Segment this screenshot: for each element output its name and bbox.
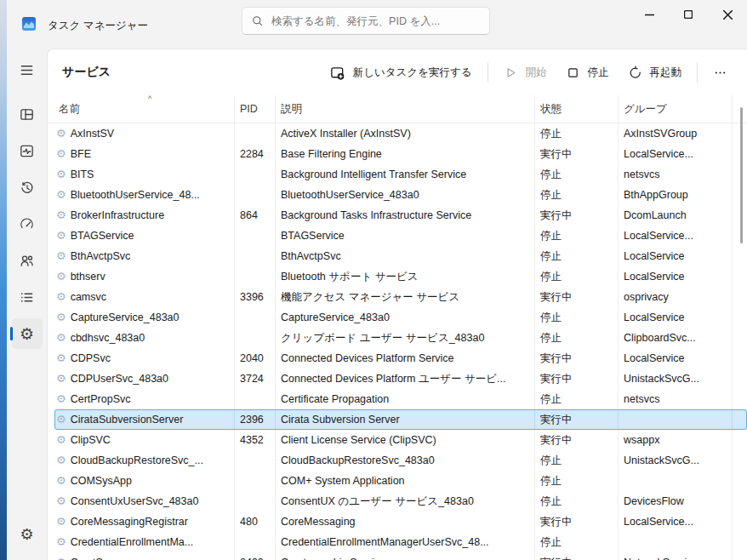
service-description-cell: CloudBackupRestoreSvc_483a0 bbox=[276, 450, 535, 471]
service-name: BITS bbox=[71, 169, 94, 180]
column-header-group[interactable]: グループ bbox=[619, 95, 733, 123]
service-name: BthAvctpSvc bbox=[71, 250, 131, 262]
service-gear-icon: ⚙ bbox=[56, 557, 66, 560]
column-header-name[interactable]: 名前^ bbox=[54, 95, 235, 123]
service-pid-cell: 864 bbox=[235, 205, 276, 226]
more-button[interactable] bbox=[704, 60, 737, 86]
sidebar-item-details[interactable] bbox=[12, 282, 43, 312]
service-name-cell: ⚙BthAvctpSvc bbox=[54, 246, 235, 266]
service-name: CDPSvc bbox=[71, 352, 111, 364]
service-name: CDPUserSvc_483a0 bbox=[71, 373, 168, 385]
sidebar-item-menu[interactable] bbox=[12, 55, 43, 84]
table-row[interactable]: ⚙CryptSvc2400Cryptographic Services実行中Ne… bbox=[54, 552, 747, 560]
column-header-pid[interactable]: PID bbox=[235, 95, 276, 123]
service-name-cell: ⚙cbdhsvc_483a0 bbox=[54, 328, 235, 348]
table-row[interactable]: ⚙ClipSVC4352Client License Service (Clip… bbox=[54, 430, 747, 450]
service-gear-icon: ⚙ bbox=[56, 291, 66, 303]
table-row[interactable]: ⚙CredentialEnrollmentMa...CredentialEnro… bbox=[54, 532, 747, 552]
table-row[interactable]: ⚙CirataSubversionServer2396Cirata Subver… bbox=[54, 409, 747, 430]
service-name-cell: ⚙BITS bbox=[54, 164, 235, 185]
table-row[interactable]: ⚙BITSBackground Intelligent Transfer Ser… bbox=[54, 164, 747, 185]
task-manager-window: タスク マネージャー ⚙⚙ サービス 新しいタスクを実行する開始停止再起動 名前… bbox=[7, 0, 747, 560]
maximize-button[interactable] bbox=[669, 0, 708, 29]
minimize-icon bbox=[645, 10, 654, 20]
search-box[interactable] bbox=[242, 7, 490, 35]
service-group-cell: LocalService bbox=[619, 307, 733, 328]
service-group-cell: LocalService bbox=[619, 348, 733, 369]
sidebar-item-performance[interactable] bbox=[12, 135, 43, 166]
sidebar-item-users[interactable] bbox=[12, 245, 43, 276]
table-row[interactable]: ⚙BTAGServiceBTAGService停止LocalService... bbox=[54, 226, 747, 246]
service-name-cell: ⚙camsvc bbox=[54, 287, 235, 307]
processes-icon bbox=[19, 106, 35, 123]
minimize-button[interactable] bbox=[630, 0, 669, 29]
stop-button[interactable]: 停止 bbox=[556, 60, 619, 86]
table-row[interactable]: ⚙CoreMessagingRegistrar480CoreMessaging実… bbox=[54, 511, 747, 532]
service-group-cell: wsappx bbox=[619, 430, 733, 450]
service-pid-cell bbox=[235, 532, 276, 552]
table-row[interactable]: ⚙ConsentUxUserSvc_483a0ConsentUX のユーザー サ… bbox=[54, 491, 747, 511]
table-header: 名前^PID説明状態グループ bbox=[48, 95, 747, 123]
service-description-cell: CoreMessaging bbox=[276, 511, 535, 532]
table-row[interactable]: ⚙BFE2284Base Filtering Engine実行中LocalSer… bbox=[54, 144, 747, 164]
search-input[interactable] bbox=[271, 15, 481, 27]
titlebar[interactable]: タスク マネージャー bbox=[7, 0, 747, 49]
sidebar-item-processes[interactable] bbox=[12, 99, 43, 129]
sidebar-item-app-history[interactable] bbox=[12, 172, 43, 203]
service-group-cell: LocalService... bbox=[619, 226, 733, 246]
service-name: BFE bbox=[71, 148, 91, 160]
table-row[interactable]: ⚙COMSysAppCOM+ System Application停止 bbox=[54, 471, 747, 491]
service-status-cell: 停止 bbox=[535, 185, 619, 205]
column-header-status[interactable]: 状態 bbox=[535, 95, 619, 123]
column-header-desc[interactable]: 説明 bbox=[276, 95, 535, 123]
vertical-scrollbar[interactable] bbox=[740, 107, 743, 243]
button-label: 開始 bbox=[526, 66, 547, 80]
service-name-cell: ⚙ClipSVC bbox=[54, 430, 235, 450]
sidebar-item-settings[interactable]: ⚙ bbox=[12, 519, 43, 550]
service-group-cell bbox=[619, 409, 733, 430]
table-row[interactable]: ⚙BthAvctpSvcBthAvctpSvc停止LocalService bbox=[54, 246, 747, 266]
service-status-cell: 停止 bbox=[535, 266, 619, 287]
service-status-cell: 停止 bbox=[535, 164, 619, 185]
column-label: グループ bbox=[624, 102, 667, 117]
service-status-cell: 実行中 bbox=[535, 287, 619, 307]
close-icon bbox=[723, 10, 733, 20]
table-row[interactable]: ⚙CDPUserSvc_483a03724Connected Devices P… bbox=[54, 369, 747, 389]
service-group-cell: UnistackSvcG... bbox=[619, 450, 733, 471]
table-row[interactable]: ⚙CaptureService_483a0CaptureService_483a… bbox=[54, 307, 747, 328]
service-group-cell: UnistackSvcG... bbox=[619, 369, 733, 389]
sidebar-item-services[interactable]: ⚙ bbox=[12, 318, 43, 349]
service-name-cell: ⚙CredentialEnrollmentMa... bbox=[54, 532, 235, 552]
service-gear-icon: ⚙ bbox=[56, 169, 66, 180]
start-button[interactable]: 開始 bbox=[494, 60, 556, 86]
table-row[interactable]: ⚙cbdhsvc_483a0クリップボード ユーザー サービス_483a0停止C… bbox=[54, 328, 747, 348]
table-row[interactable]: ⚙camsvc3396機能アクセス マネージャー サービス実行中osprivac… bbox=[54, 287, 747, 307]
service-pid-cell bbox=[235, 491, 276, 511]
restart-button[interactable]: 再起動 bbox=[619, 60, 692, 86]
service-name-cell: ⚙bthserv bbox=[54, 266, 235, 287]
table-row[interactable]: ⚙CertPropSvcCertificate Propagation停止net… bbox=[54, 389, 747, 409]
table-row[interactable]: ⚙CDPSvc2040Connected Devices Platform Se… bbox=[54, 348, 747, 369]
service-name-cell: ⚙CloudBackupRestoreSvc_... bbox=[54, 450, 235, 471]
maximize-icon bbox=[684, 10, 693, 19]
history-icon bbox=[19, 180, 35, 196]
service-status-cell: 停止 bbox=[535, 226, 619, 246]
service-name-cell: ⚙BFE bbox=[54, 144, 235, 164]
sidebar-item-startup-apps[interactable] bbox=[12, 209, 43, 239]
service-group-cell: osprivacy bbox=[619, 287, 733, 307]
table-row[interactable]: ⚙bthservBluetooth サポート サービス停止LocalServic… bbox=[54, 266, 747, 287]
service-pid-cell: 2040 bbox=[235, 348, 276, 369]
service-gear-icon: ⚙ bbox=[56, 393, 66, 405]
close-button[interactable] bbox=[708, 0, 747, 29]
table-row[interactable]: ⚙CloudBackupRestoreSvc_...CloudBackupRes… bbox=[54, 450, 747, 471]
service-description-cell: クリップボード ユーザー サービス_483a0 bbox=[276, 328, 535, 348]
table-row[interactable]: ⚙BrokerInfrastructure864Background Tasks… bbox=[54, 205, 747, 226]
run-new-task-button[interactable]: 新しいタスクを実行する bbox=[320, 59, 482, 87]
service-name: BTAGService bbox=[71, 230, 134, 242]
service-pid-cell bbox=[235, 328, 276, 348]
service-pid-cell: 2284 bbox=[235, 144, 276, 164]
table-row[interactable]: ⚙AxInstSVActiveX Installer (AxInstSV)停止A… bbox=[54, 123, 747, 144]
toolbar: 新しいタスクを実行する開始停止再起動 bbox=[320, 59, 737, 87]
service-pid-cell bbox=[235, 246, 276, 266]
table-row[interactable]: ⚙BluetoothUserService_48...BluetoothUser… bbox=[54, 185, 747, 205]
